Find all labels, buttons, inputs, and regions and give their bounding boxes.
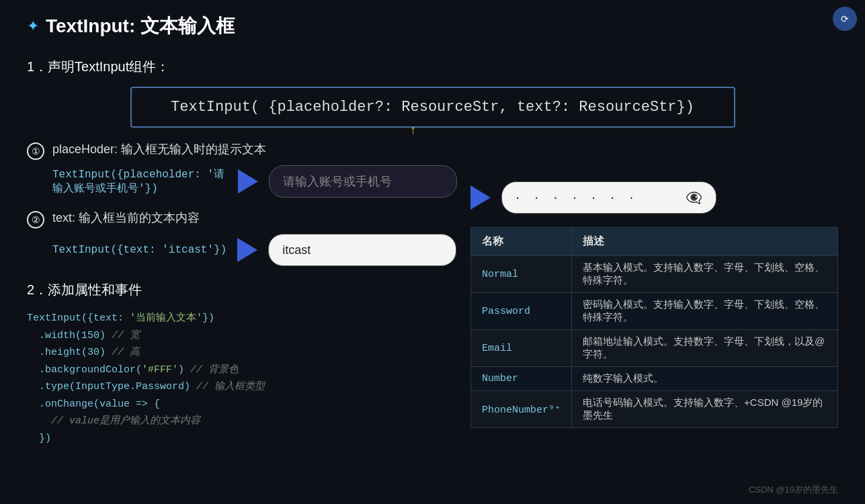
- table-row: PhoneNumber⁹⁺电话号码输入模式。支持输入数字、+CSDN @19岁的…: [471, 391, 838, 428]
- arrow-text: [237, 238, 257, 262]
- table-cell-name: Normal: [471, 256, 572, 293]
- code-line-2: .height(30) // 高: [27, 344, 457, 362]
- text-code: TextInput({text: 'itcast'}): [52, 244, 226, 256]
- text-preview-text: itcast: [282, 243, 311, 257]
- section2: 2．添加属性和事件 TextInput({text: '当前输入文本'}) .w…: [27, 281, 457, 447]
- table-header-desc: 描述: [572, 228, 838, 256]
- placeholder-row: TextInput({placeholder: '请输入账号或手机号'}) 请输…: [52, 165, 457, 198]
- placeholder-content: placeHoder: 输入框无输入时的提示文本 TextInput({plac…: [52, 141, 457, 198]
- text-content: text: 输入框当前的文本内容 TextInput({text: 'itcas…: [52, 210, 456, 266]
- header-icon: ✦: [27, 17, 39, 35]
- table-cell-name: Password: [471, 293, 572, 330]
- placeholder-item: ① placeHoder: 输入框无输入时的提示文本 TextInput({pl…: [27, 141, 457, 198]
- top-right-circle: ⟳: [833, 7, 857, 31]
- section2-label: 2．添加属性和事件: [27, 281, 457, 299]
- text-row: TextInput({text: 'itcast'}) itcast: [52, 234, 456, 266]
- table-cell-desc: 纯数字输入模式。: [572, 367, 838, 391]
- section2-code: TextInput({text: '当前输入文本'}) .width(150) …: [27, 310, 457, 447]
- table-cell-desc: 邮箱地址输入模式。支持数字、字母、下划线，以及@字符。: [572, 330, 838, 367]
- table-row: Normal基本输入模式。支持输入数字、字母、下划线、空格、特殊字符。: [471, 256, 838, 293]
- password-dots: · · · · · · ·: [516, 189, 639, 206]
- table-cell-desc: 基本输入模式。支持输入数字、字母、下划线、空格、特殊字符。: [572, 256, 838, 293]
- table-header-name: 名称: [471, 228, 572, 256]
- circle-num-2: ②: [27, 211, 44, 228]
- attr-table: 名称 描述 Normal基本输入模式。支持输入数字、字母、下划线、空格、特殊字符…: [470, 227, 838, 428]
- table-cell-name: PhoneNumber⁹⁺: [471, 391, 572, 428]
- code-line-6: // value是用户输入的文本内容: [27, 413, 457, 430]
- table-row: Email邮箱地址输入模式。支持数字、字母、下划线，以及@字符。: [471, 330, 838, 367]
- password-preview[interactable]: · · · · · · · 👁‍🗨: [501, 181, 716, 214]
- page-container: ⟳ ✦ TextInput: 文本输入框 1．声明TextInput组件： Te…: [0, 0, 865, 504]
- arrow-password: [470, 185, 491, 210]
- code-line-4: .type(InputType.Password) // 输入框类型: [27, 378, 457, 396]
- placeholder-preview[interactable]: 请输入账号或手机号: [269, 165, 457, 198]
- watermark: CSDN @19岁的墨先生: [749, 484, 838, 496]
- code-line-5: .onChange(value => {: [27, 396, 457, 413]
- header: ✦ TextInput: 文本输入框: [27, 13, 838, 39]
- text-preview[interactable]: itcast: [268, 234, 456, 266]
- code-line-7: }): [27, 430, 457, 448]
- arrow-placeholder: [238, 169, 258, 194]
- placeholder-desc: placeHoder: 输入框无输入时的提示文本: [52, 141, 457, 157]
- content-area: ① placeHoder: 输入框无输入时的提示文本 TextInput({pl…: [27, 141, 838, 447]
- table-cell-name: Email: [471, 330, 572, 367]
- code-line-1: .width(150) // 宽: [27, 327, 457, 345]
- code-line-0: TextInput({text: '当前输入文本'}): [27, 310, 457, 327]
- table-cell-desc: 密码输入模式。支持输入数字、字母、下划线、空格、特殊字符。: [572, 293, 838, 330]
- code-line-3: .backgroundColor('#FFF') // 背景色: [27, 362, 457, 379]
- placeholder-preview-text: 请输入账号或手机号: [283, 173, 392, 190]
- page-title: TextInput: 文本输入框: [46, 13, 235, 39]
- right-panel: · · · · · · · 👁‍🗨 名称 描述 Normal基本输入模式。支持输…: [470, 141, 838, 447]
- section1-label: 1．声明TextInput组件：: [27, 58, 838, 76]
- circle-num-1: ①: [27, 142, 44, 160]
- eye-icon[interactable]: 👁‍🗨: [686, 190, 702, 206]
- left-panel: ① placeHoder: 输入框无输入时的提示文本 TextInput({pl…: [27, 141, 457, 447]
- password-row: · · · · · · · 👁‍🗨: [470, 181, 838, 214]
- placeholder-code: TextInput({placeholder: '请输入账号或手机号'}): [52, 167, 227, 196]
- text-item: ② text: 输入框当前的文本内容 TextInput({text: 'itc…: [27, 210, 457, 266]
- table-row: Number纯数字输入模式。: [471, 367, 838, 391]
- code-declaration-text: TextInput( {placeholder?: ResourceStr, t…: [171, 99, 694, 116]
- code-declaration-box: TextInput( {placeholder?: ResourceStr, t…: [130, 87, 735, 128]
- table-cell-name: Number: [471, 367, 572, 391]
- table-header-row: 名称 描述: [471, 228, 838, 256]
- text-desc: text: 输入框当前的文本内容: [52, 210, 456, 226]
- table-cell-desc: 电话号码输入模式。支持输入数字、+CSDN @19岁的墨先生: [572, 391, 838, 428]
- table-row: Password密码输入模式。支持输入数字、字母、下划线、空格、特殊字符。: [471, 293, 838, 330]
